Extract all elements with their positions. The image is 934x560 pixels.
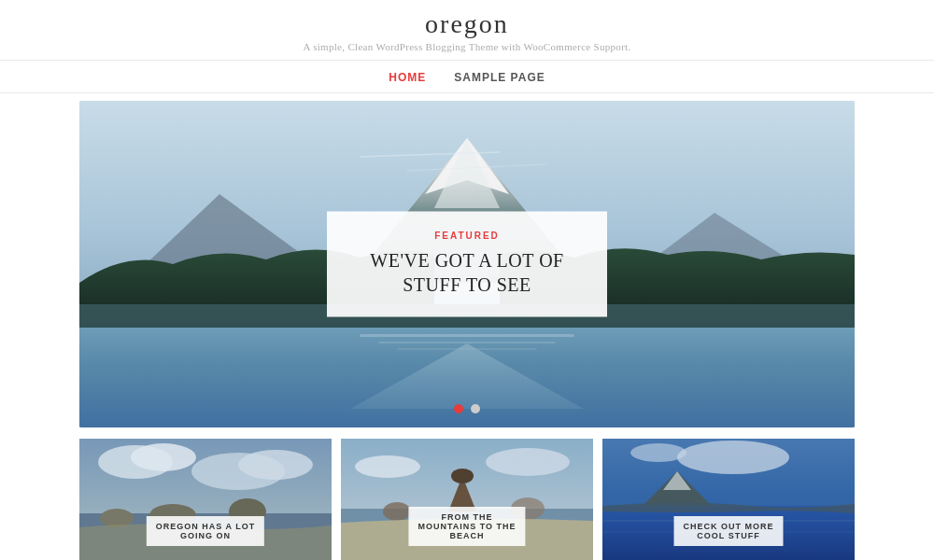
svg-rect-9: [378, 342, 556, 343]
nav-item-home[interactable]: HOME: [389, 68, 426, 85]
page-wrapper: oregon A simple, Clean WordPress Bloggin…: [0, 0, 934, 560]
svg-point-16: [131, 443, 196, 471]
card-1-label: OREGON HAS A LOTGOING ON: [147, 516, 264, 546]
featured-box: FEATURED WE'VE GOT A LOT OF STUFF TO SEE: [327, 212, 607, 317]
site-description: A simple, Clean WordPress Blogging Theme…: [0, 41, 934, 52]
svg-point-26: [451, 469, 474, 483]
card-cool[interactable]: CHECK OUT MORECOOL STUFF: [602, 439, 855, 560]
nav-item-sample[interactable]: SAMPLE PAGE: [454, 68, 545, 85]
card-2-label: FROM THEMOUNTAINS TO THEBEACH: [408, 507, 525, 546]
svg-point-29: [355, 455, 420, 478]
card-oregon[interactable]: OREGON HAS A LOTGOING ON: [79, 439, 332, 560]
site-title: oregon: [0, 9, 934, 39]
slider-dot-1[interactable]: [454, 404, 463, 413]
svg-rect-10: [397, 348, 537, 350]
cards-row: OREGON HAS A LOTGOING ON: [79, 439, 855, 560]
site-nav: HOME SAMPLE PAGE: [0, 60, 934, 93]
site-header: oregon A simple, Clean WordPress Bloggin…: [0, 0, 934, 60]
svg-rect-8: [360, 334, 574, 337]
slider-dots: [454, 404, 480, 413]
svg-point-32: [677, 441, 789, 474]
svg-point-27: [383, 502, 411, 521]
slider-dot-2[interactable]: [471, 404, 480, 413]
nav-link-home[interactable]: HOME: [389, 71, 426, 84]
featured-label: FEATURED: [355, 231, 579, 241]
svg-point-18: [238, 450, 313, 480]
featured-title: WE'VE GOT A LOT OF STUFF TO SEE: [355, 248, 579, 297]
svg-point-33: [630, 443, 686, 462]
card-mountains[interactable]: FROM THEMOUNTAINS TO THEBEACH: [341, 439, 593, 560]
hero-slider: FEATURED WE'VE GOT A LOT OF STUFF TO SEE: [79, 101, 855, 427]
card-3-label: CHECK OUT MORECOOL STUFF: [674, 516, 784, 546]
svg-point-30: [486, 448, 570, 476]
nav-link-sample[interactable]: SAMPLE PAGE: [454, 71, 545, 84]
